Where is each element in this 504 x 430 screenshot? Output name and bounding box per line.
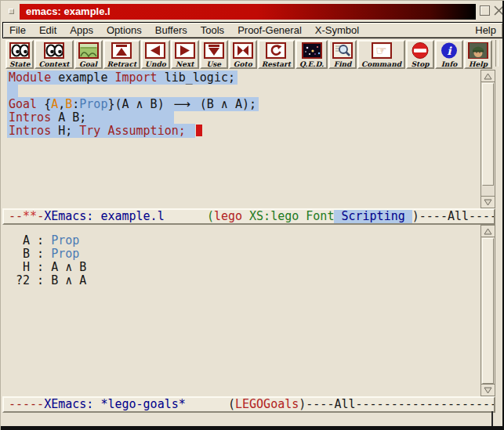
goals-line[interactable]: B : Prop [2,248,480,261]
eyes-icon [9,42,30,59]
text-segment: Intros [9,110,51,125]
bowtie-icon [233,42,253,59]
text-segment: ⟶ [172,98,193,111]
script-buffer[interactable]: Module example Import lib_logic; Goal {A… [2,70,480,208]
toolbar-button-goal[interactable]: Goal [74,40,103,69]
toolbar-button-label: Help [469,60,488,68]
text-segment: ) [412,209,419,223]
person-icon [468,42,488,59]
locked-region: Goal {A,B:Prop}(A ∧ B) ⟶ (B ∧ A); [7,97,259,111]
locked-region: Module example Import lib_logic; [7,70,237,85]
menu-tools[interactable]: Tools [201,24,224,36]
text-segment: Assumption; [107,124,185,138]
xemacs-window: emacs: example.l FileEditAppsOptionsBuff… [0,0,504,430]
locked-region: Intros H; Try Assumption; [7,124,195,138]
text-segment [242,209,249,223]
script-line[interactable]: Module example Import lib_logic; [2,71,480,85]
text-segment: LEGOGoals [235,397,299,411]
text-segment: H : A ∧ B [9,260,86,274]
goals-line[interactable]: H : A ∧ B [2,261,480,274]
window-menu-button[interactable] [9,9,14,14]
script-line[interactable]: Intros H; Try Assumption; [2,125,480,138]
toolbar-button-info[interactable]: iInfo [435,40,463,69]
menu-file[interactable]: File [9,24,26,36]
script-line[interactable] [2,85,480,98]
toolbar-button-stop[interactable]: Stop [406,40,434,69]
script-line[interactable]: Goal {A,B:Prop}(A ∧ B) ⟶ (B ∧ A); [2,98,480,111]
menu-proof-general[interactable]: Proof-General [237,24,302,36]
toolbar-button-undo[interactable]: Undo [141,40,170,69]
goals-line[interactable]: ?2 : B ∧ A [2,274,480,287]
text-segment [9,84,16,98]
scrollbar-thumb[interactable] [482,238,494,384]
goals-line[interactable]: A : Prop [2,234,480,248]
menu-edit[interactable]: Edit [39,24,56,36]
toolbar-button-retract[interactable]: Retract [103,40,141,69]
text-segment [165,209,207,223]
scroll-down-arrow-icon[interactable] [481,196,495,208]
text-segment [186,397,228,411]
toolbar-button-find[interactable]: Find [328,40,357,69]
text-segment: Import [114,70,157,85]
magnifier-icon [332,42,353,59]
goals-modeline: -----XEmacs: *lego-goals* (LEGOGoals)---… [2,396,495,413]
titlebar[interactable]: emacs: example.l [20,4,476,20]
menu-options[interactable]: Options [107,24,142,36]
text-segment: ?2 : B ∧ A [9,273,86,287]
galaxy-icon [302,42,322,59]
scrollbar-thumb[interactable] [482,83,494,186]
toolbar-button-label: Stop [412,60,430,68]
toolbar-button-use[interactable]: Use [200,40,228,69]
locked-region: Intros A B; [7,110,174,125]
script-scrollbar[interactable] [480,70,495,208]
scroll-down-arrow-icon[interactable] [481,384,495,396]
text-segment: ----- [9,397,44,411]
toolbar-button-next[interactable]: Next [171,40,199,69]
menu-apps[interactable]: Apps [70,24,93,36]
text-segment: Goal [9,97,37,111]
text-segment: Intros [9,124,51,138]
menu-bar: FileEditAppsOptionsBuffersToolsProof-Gen… [2,22,503,38]
menu-x-symbol[interactable]: X-Symbol [315,24,359,36]
goals-buffer[interactable]: A : Prop B : Prop H : A ∧ B ?2 : B ∧ A [2,225,480,396]
text-segment: Prop [79,97,107,111]
text-segment: A [51,97,58,111]
text-segment: (B ∧ A); [193,97,256,111]
text-segment: }(A ∧ B) [107,97,171,111]
picture-icon [78,42,99,59]
toolbar-button-context[interactable]: Context [34,40,73,69]
minibuffer[interactable] [2,413,495,426]
triangle-right-icon [175,42,195,59]
text-segment: - [37,209,44,223]
script-modeline: --**-XEmacs: example.l (lego XS:lego Fon… [2,208,495,225]
resize-grip[interactable] [491,411,502,426]
toolbar-button-state[interactable]: State [5,40,34,69]
toolbar-button-q-e-d[interactable]: Q.E.D. [296,40,328,69]
goals-scrollbar[interactable] [480,225,495,396]
scroll-up-arrow-icon[interactable] [481,226,495,237]
maximize-button[interactable] [480,5,490,16]
toolbar-button-label: Context [38,60,69,68]
text-segment: Prop [51,247,79,261]
toolbar-button-label: Command [361,60,401,68]
menu-buffers[interactable]: Buffers [155,24,187,36]
text-segment: Prop [51,233,79,248]
text-segment: Scripting [334,209,412,223]
text-segment: , [58,97,65,111]
window-border [1,426,504,430]
toolbar-button-label: Undo [145,60,166,68]
scroll-up-arrow-icon[interactable] [481,70,495,82]
toolbar-button-label: Goto [234,60,252,68]
toolbar: StateContextGoalRetractUndoNextUseGotoRe… [2,39,503,70]
toolbar-button-restart[interactable]: Restart [258,40,295,69]
script-line[interactable]: Intros A B; [2,111,480,125]
eyes-icon [44,42,64,59]
triangle-down-bar-icon [204,42,224,59]
menu-help[interactable]: Help [475,24,496,36]
text-segment: Module [9,70,51,85]
text-segment: ) [299,397,306,411]
toolbar-button-help[interactable]: Help [464,40,492,69]
toolbar-button-command[interactable]: ☞Command [357,40,405,69]
toolbar-button-goto[interactable]: Goto [229,40,257,69]
text-segment: ** [23,209,37,223]
